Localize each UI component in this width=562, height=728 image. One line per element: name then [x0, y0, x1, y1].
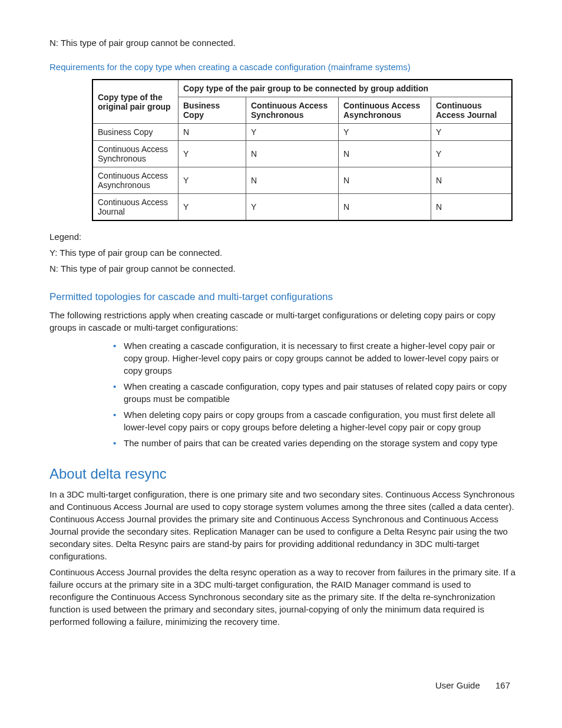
- row-name: Continuous Access Asynchronous: [92, 167, 178, 194]
- copy-type-requirements-table: Copy type of the original pair group Cop…: [92, 79, 513, 221]
- cell: Y: [246, 124, 339, 141]
- list-item: When creating a cascade configuration, c…: [113, 380, 516, 405]
- delta-resync-paragraph: In a 3DC multi-target configuration, the…: [49, 488, 516, 562]
- about-delta-resync-heading: About delta resync: [49, 466, 516, 482]
- cell: Y: [431, 141, 513, 167]
- table-row: Continuous Access Asynchronous Y N N N: [92, 167, 512, 194]
- delta-resync-paragraph: Continuous Access Journal provides the d…: [49, 566, 516, 628]
- table-left-header: Copy type of the original pair group: [92, 80, 178, 124]
- row-name: Business Copy: [92, 124, 178, 141]
- table-col-header: Business Copy: [178, 97, 246, 124]
- cell: N: [339, 167, 431, 194]
- cell: Y: [178, 167, 246, 194]
- requirements-heading-link[interactable]: Requirements for the copy type when crea…: [49, 62, 516, 72]
- list-item: When deleting copy pairs or copy groups …: [113, 409, 516, 433]
- list-item: The number of pairs that can be created …: [113, 437, 516, 449]
- permitted-topologies-heading: Permitted topologies for cascade and mul…: [49, 291, 516, 303]
- legend-y: Y: This type of pair group can be connec…: [49, 246, 516, 259]
- cell: N: [431, 194, 513, 221]
- cell: Y: [178, 141, 246, 167]
- cell: N: [339, 141, 431, 167]
- cell: Y: [431, 124, 513, 141]
- cell: N: [339, 194, 431, 221]
- cell: N: [246, 167, 339, 194]
- table-col-header: Continuous Access Asynchronous: [339, 97, 431, 124]
- cell: N: [246, 141, 339, 167]
- restrictions-list: When creating a cascade configuration, i…: [113, 340, 516, 449]
- legend-title: Legend:: [49, 230, 516, 243]
- cell: Y: [246, 194, 339, 221]
- footer-label: User Guide: [435, 680, 480, 690]
- table-row: Continuous Access Journal Y Y N N: [92, 194, 512, 221]
- table-span-header: Copy type of the pair group to be connec…: [178, 80, 513, 97]
- table-col-header: Continuous Access Journal: [431, 97, 513, 124]
- cell: N: [178, 124, 246, 141]
- page-number: 167: [495, 680, 510, 690]
- cell: Y: [178, 194, 246, 221]
- table-row: Business Copy N Y Y Y: [92, 124, 512, 141]
- list-item: When creating a cascade configuration, i…: [113, 340, 516, 377]
- top-note: N: This type of pair group cannot be con…: [49, 37, 516, 49]
- row-name: Continuous Access Synchronous: [92, 141, 178, 167]
- legend-n: N: This type of pair group cannot be con…: [49, 262, 516, 275]
- row-name: Continuous Access Journal: [92, 194, 178, 221]
- table-row: Continuous Access Synchronous Y N N Y: [92, 141, 512, 167]
- table-col-header: Continuous Access Synchronous: [246, 97, 339, 124]
- cell: N: [431, 167, 513, 194]
- cell: Y: [339, 124, 431, 141]
- page-footer: User Guide 167: [435, 680, 510, 690]
- permitted-intro: The following restrictions apply when cr…: [49, 309, 516, 334]
